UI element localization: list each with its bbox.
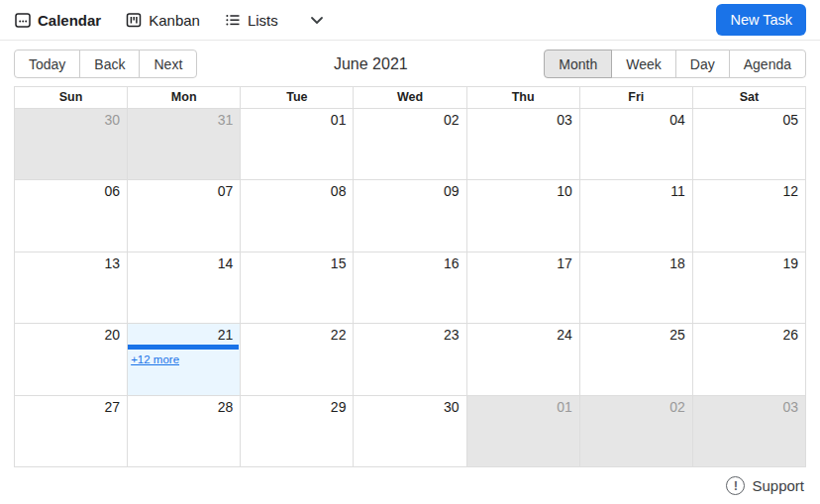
calendar-cell-24[interactable]: 24 bbox=[466, 324, 579, 394]
calendar-cell-29[interactable]: 29 bbox=[240, 396, 353, 466]
support-label[interactable]: Support bbox=[752, 477, 804, 494]
date-label: 26 bbox=[693, 326, 805, 343]
calendar-cell-21[interactable]: 21+12 more bbox=[127, 324, 240, 394]
today-button[interactable]: Today bbox=[14, 50, 80, 78]
day-header-thu: Thu bbox=[466, 87, 579, 108]
date-label: 11 bbox=[580, 182, 692, 199]
nav-item-label: Lists bbox=[248, 12, 278, 29]
calendar-cell-06[interactable]: 06 bbox=[15, 180, 127, 251]
calendar-cell-09[interactable]: 09 bbox=[353, 180, 465, 251]
date-nav-group: Today Back Next bbox=[14, 50, 197, 78]
view-button-month[interactable]: Month bbox=[544, 50, 612, 78]
new-task-button[interactable]: New Task bbox=[716, 4, 806, 36]
view-buttons-group: Month Week Day Agenda bbox=[544, 50, 806, 78]
nav-item-label: Calendar bbox=[38, 12, 101, 29]
calendar-cell-23[interactable]: 23 bbox=[353, 324, 465, 394]
date-label: 25 bbox=[580, 326, 692, 343]
nav-item-kanban[interactable]: Kanban bbox=[125, 11, 200, 29]
kanban-icon bbox=[125, 11, 143, 29]
next-button[interactable]: Next bbox=[139, 50, 197, 78]
calendar-cell-02[interactable]: 02 bbox=[579, 396, 692, 466]
calendar-cell-01[interactable]: 01 bbox=[240, 109, 353, 179]
date-label: 03 bbox=[467, 111, 579, 128]
date-label: 09 bbox=[354, 182, 465, 199]
calendar-toolbar: Today Back Next June 2021 Month Week Day… bbox=[14, 50, 806, 78]
view-button-week[interactable]: Week bbox=[611, 50, 676, 78]
date-label: 01 bbox=[467, 398, 579, 415]
date-label: 02 bbox=[580, 398, 692, 415]
week-row: 06070809101112 bbox=[15, 180, 805, 252]
date-label: 27 bbox=[15, 398, 127, 415]
date-label: 18 bbox=[580, 254, 692, 271]
calendar-cell-25[interactable]: 25 bbox=[579, 324, 692, 394]
calendar-cell-14[interactable]: 14 bbox=[127, 252, 240, 323]
show-more-link[interactable]: +12 more bbox=[131, 353, 179, 365]
date-label: 04 bbox=[580, 111, 692, 128]
calendar-cell-07[interactable]: 07 bbox=[127, 180, 240, 251]
calendar-cell-28[interactable]: 28 bbox=[127, 396, 240, 466]
date-label: 02 bbox=[354, 111, 465, 128]
calendar-cell-13[interactable]: 13 bbox=[15, 252, 127, 323]
calendar-cell-16[interactable]: 16 bbox=[353, 252, 465, 323]
date-label: 13 bbox=[15, 254, 127, 271]
nav-item-label: Kanban bbox=[149, 12, 200, 29]
nav-item-calendar[interactable]: Calendar bbox=[14, 11, 101, 29]
calendar-cell-19[interactable]: 19 bbox=[692, 252, 805, 323]
support-exclamation-icon[interactable]: ! bbox=[726, 476, 745, 495]
calendar-icon bbox=[14, 11, 32, 29]
date-label: 23 bbox=[354, 326, 465, 343]
view-button-agenda[interactable]: Agenda bbox=[729, 50, 806, 78]
date-label: 17 bbox=[467, 254, 579, 271]
lists-icon bbox=[224, 11, 242, 29]
day-header-fri: Fri bbox=[579, 87, 692, 108]
calendar-cell-30[interactable]: 30 bbox=[353, 396, 465, 466]
date-label: 31 bbox=[128, 111, 240, 128]
calendar-cell-01[interactable]: 01 bbox=[466, 396, 579, 466]
date-label: 30 bbox=[354, 398, 465, 415]
calendar-cell-05[interactable]: 05 bbox=[692, 109, 805, 179]
top-navigation: Calendar Kanban bbox=[0, 0, 820, 41]
calendar-cell-03[interactable]: 03 bbox=[466, 109, 579, 179]
calendar-cell-20[interactable]: 20 bbox=[15, 324, 127, 394]
calendar-cell-22[interactable]: 22 bbox=[240, 324, 353, 394]
back-button[interactable]: Back bbox=[79, 50, 140, 78]
calendar-cell-30[interactable]: 30 bbox=[15, 109, 127, 179]
calendar-cell-12[interactable]: 12 bbox=[692, 180, 805, 251]
day-header-mon: Mon bbox=[127, 87, 240, 108]
calendar-cell-10[interactable]: 10 bbox=[466, 180, 579, 251]
calendar-cell-03[interactable]: 03 bbox=[692, 396, 805, 466]
calendar-cell-31[interactable]: 31 bbox=[127, 109, 240, 179]
day-header-row: SunMonTueWedThuFriSat bbox=[15, 87, 805, 109]
calendar-cell-11[interactable]: 11 bbox=[579, 180, 692, 251]
calendar-cell-02[interactable]: 02 bbox=[353, 109, 465, 179]
view-button-day[interactable]: Day bbox=[675, 50, 730, 78]
week-row: 2021+12 more2223242526 bbox=[15, 324, 805, 395]
date-label: 05 bbox=[693, 111, 805, 128]
day-header-sat: Sat bbox=[692, 87, 805, 108]
date-label: 20 bbox=[15, 326, 127, 343]
view-switcher: Calendar Kanban bbox=[14, 11, 324, 29]
calendar-cell-08[interactable]: 08 bbox=[240, 180, 353, 251]
calendar-cell-17[interactable]: 17 bbox=[466, 252, 579, 323]
nav-item-lists[interactable]: Lists bbox=[224, 11, 278, 29]
calendar-cell-04[interactable]: 04 bbox=[579, 109, 692, 179]
week-row: 27282930010203 bbox=[15, 396, 805, 466]
date-label: 21 bbox=[128, 326, 240, 343]
week-row: 13141516171819 bbox=[15, 252, 805, 324]
calendar-cell-18[interactable]: 18 bbox=[579, 252, 692, 323]
chevron-down-icon[interactable] bbox=[310, 16, 324, 25]
day-header-sun: Sun bbox=[15, 87, 127, 108]
date-label: 22 bbox=[241, 326, 353, 343]
calendar-cell-27[interactable]: 27 bbox=[15, 396, 127, 466]
date-label: 29 bbox=[241, 398, 353, 415]
event-bar[interactable] bbox=[128, 345, 239, 350]
date-label: 12 bbox=[693, 182, 805, 199]
calendar-cell-15[interactable]: 15 bbox=[240, 252, 353, 323]
date-label: 28 bbox=[128, 398, 240, 415]
month-view: SunMonTueWedThuFriSat 303101020304050607… bbox=[14, 86, 806, 467]
date-label: 06 bbox=[15, 182, 127, 199]
date-label: 07 bbox=[128, 182, 240, 199]
date-label: 01 bbox=[241, 111, 353, 128]
calendar-cell-26[interactable]: 26 bbox=[692, 324, 805, 394]
date-label: 03 bbox=[693, 398, 805, 415]
